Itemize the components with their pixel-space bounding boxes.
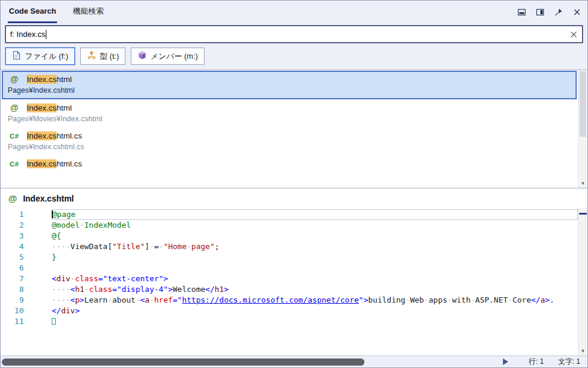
results-list: @Index.cshtmlPages¥Index.cshtml@Index.cs… <box>1 70 578 188</box>
dock-bottom-icon[interactable] <box>517 8 526 17</box>
code-segment: "Title" <box>112 242 145 251</box>
code-segment: @page <box>52 210 76 219</box>
code-segment: · <box>136 295 140 304</box>
horizontal-scrollbar[interactable] <box>1 356 497 367</box>
editor-scrollbar[interactable]: ▼ <box>578 208 587 356</box>
status-column-indicator: 文字: 1 <box>558 357 580 367</box>
filter-label: ファイル (f:) <box>25 51 68 62</box>
search-query-text: f: Index.cs <box>10 30 45 39</box>
line-number: 11 <box>1 316 27 327</box>
file-icon <box>12 51 21 62</box>
code-text: ····<h1·class="display-4">Welcome</h1> <box>52 284 578 295</box>
code-segment: . <box>550 295 555 304</box>
filter-member-button[interactable]: メンバー (m:) <box>131 48 205 65</box>
result-path: Pages¥Movies¥Index.cshtml <box>7 115 571 123</box>
code-line[interactable]: 3@{ <box>1 231 578 241</box>
code-segment: IndexModel <box>84 221 131 229</box>
code-line[interactable]: 1@page <box>1 209 578 220</box>
code-segment: https://docs.microsoft.com/aspnet/core <box>182 295 359 304</box>
results-scrollbar-thumb[interactable] <box>580 71 586 137</box>
code-segment: · <box>108 295 112 304</box>
preview-file-title: Index.cshtml <box>23 194 74 203</box>
code-text: </div> <box>52 306 578 316</box>
whitespace-box-glyph <box>52 318 56 325</box>
code-segment: p <box>75 295 80 304</box>
code-segment: · <box>405 295 410 304</box>
scroll-right-icon[interactable] <box>503 358 508 365</box>
code-segment: building <box>368 295 405 304</box>
member-icon <box>137 51 147 62</box>
result-title-line: C#Index.cshtml.cs <box>7 131 571 140</box>
code-line[interactable]: 10</div> <box>1 306 578 316</box>
code-text: @page <box>52 209 578 220</box>
result-title-line: @Index.cshtml <box>7 103 571 112</box>
tab-code-search[interactable]: Code Search <box>8 1 57 23</box>
filter-type-button[interactable]: 型 (t:) <box>80 48 126 65</box>
code-text: ····ViewData["Title"]·=·"Home·page"; <box>52 241 578 252</box>
close-icon[interactable] <box>573 8 581 17</box>
code-segment: @model <box>52 221 80 229</box>
result-path: Pages¥Index.cshtml <box>7 86 571 95</box>
code-line[interactable]: 6 <box>1 263 578 273</box>
code-segment: a <box>540 295 545 304</box>
code-line[interactable]: 8····<h1·class="display-4">Welcome</h1> <box>1 284 578 295</box>
code-segment: "Home <box>163 242 187 251</box>
code-segment: · <box>447 295 452 304</box>
split-vertical-icon[interactable] <box>536 8 545 17</box>
code-segment: class <box>89 285 112 294</box>
code-line[interactable]: 9····<p>Learn·about·<a·href="https://doc… <box>1 295 578 306</box>
code-line[interactable]: 5} <box>1 252 578 263</box>
pin-icon[interactable] <box>554 8 563 17</box>
code-text: @model·IndexModel <box>52 220 578 231</box>
code-segment: href <box>154 295 172 304</box>
result-row[interactable]: @Index.cshtmlPages¥Movies¥Index.cshtml <box>2 99 577 128</box>
results-scrollbar[interactable]: ▼ <box>578 70 587 188</box>
result-filename: Index.cshtml.cs <box>27 159 82 168</box>
scroll-down-icon[interactable]: ▼ <box>578 347 587 355</box>
code-segment: h1 <box>75 285 84 294</box>
line-number: 10 <box>1 306 27 316</box>
horizontal-scrollbar-thumb[interactable] <box>2 358 364 366</box>
result-row[interactable]: @Index.cshtmlPages¥Index.cshtml <box>2 71 577 99</box>
csharp-file-icon: C# <box>7 133 21 140</box>
code-segment: apps <box>429 295 447 304</box>
result-title-line: C#Index.cshtml.cs <box>7 159 571 168</box>
code-segment: class <box>75 274 98 283</box>
filter-label: 型 (t:) <box>100 51 120 62</box>
search-row: f: Index.cs <box>1 23 587 46</box>
code-segment: = <box>154 242 159 251</box>
window-controls <box>517 1 581 23</box>
result-row[interactable]: C#Index.cshtml.cs <box>2 156 577 173</box>
filter-file-button[interactable]: ファイル (f:) <box>5 48 75 65</box>
code-segment: · <box>159 242 163 251</box>
code-segment: > <box>75 306 80 315</box>
code-text: @{ <box>52 231 578 241</box>
code-segment: Core <box>512 295 531 304</box>
code-segment: > <box>168 285 173 294</box>
code-segment: · <box>84 285 89 294</box>
code-segment: ; <box>215 242 219 251</box>
clear-search-icon[interactable] <box>570 30 578 39</box>
code-segment: < <box>70 295 75 304</box>
result-row[interactable]: C#Index.cshtml.csPages¥Index.cshtml.cs <box>2 128 577 156</box>
code-line[interactable]: 2@model·IndexModel <box>1 220 578 231</box>
tab-feature-search[interactable]: 機能検索 <box>71 1 105 23</box>
line-number: 7 <box>1 273 27 284</box>
filter-label: メンバー (m:) <box>150 51 198 62</box>
match-highlight: Index.cs <box>27 103 56 112</box>
code-editor[interactable]: 1@page2@model·IndexModel3@{4····ViewData… <box>1 208 587 356</box>
code-segment: </ <box>531 295 540 304</box>
code-text <box>52 316 578 327</box>
code-segment: Welcome <box>173 285 206 294</box>
code-segment: "text-center" <box>103 274 163 283</box>
code-segment: with <box>452 295 470 304</box>
code-segment: · <box>508 295 512 304</box>
code-segment: · <box>187 242 191 251</box>
code-line[interactable]: 11 <box>1 316 578 327</box>
code-segment: div <box>61 306 75 315</box>
code-line[interactable]: 4····ViewData["Title"]·=·"Home·page"; <box>1 241 578 252</box>
code-line[interactable]: 7<div·class="text-center"> <box>1 273 578 284</box>
scroll-down-icon[interactable]: ▼ <box>578 179 587 187</box>
line-number: 5 <box>1 252 27 263</box>
search-input[interactable]: f: Index.cs <box>5 26 583 43</box>
